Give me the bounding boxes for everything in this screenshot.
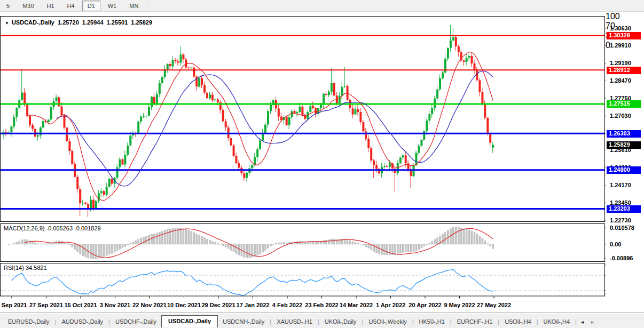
date-tick-label: 22 Nov 2021 (132, 302, 167, 308)
ohlc-high: 1.25944 (82, 19, 104, 26)
macd-header: MACD(12,26,9) -0.005263 -0.001829 (4, 225, 101, 231)
chart-title: ▼USDCAD-,Daily1.257201.259441.255011.258… (5, 19, 152, 26)
price-tick-label: 1.30630 (610, 25, 631, 31)
ohlc-low: 1.25501 (107, 19, 128, 26)
rsi-label: RSI(14) (4, 265, 24, 271)
main-pane-frame (1, 17, 605, 222)
date-tick-label: 3 Nov 2021 (100, 302, 130, 308)
symbol-tab-hk50[interactable]: HK50-,H1 (414, 317, 450, 327)
symbol-tab-eurchf[interactable]: EURCHF-,H1 (452, 317, 498, 327)
tab-scroll-right-icon[interactable]: ▸ (587, 319, 598, 327)
macd-scale-label: -0.00896 (610, 255, 633, 261)
rsi-scale-label: 100 (606, 12, 644, 21)
price-tick-label: 1.24170 (610, 182, 631, 188)
symbol-tab-usoil[interactable]: USOil-,Weekly (364, 317, 411, 327)
macd-label: MACD(12,26,9) (4, 225, 44, 231)
price-tick-label: 1.28470 (610, 77, 631, 84)
date-tick-label: 17 Jan 2022 (237, 302, 270, 308)
date-tick-label: 27 Sep 2021 (29, 302, 63, 308)
price-tick-label: 1.29910 (610, 42, 631, 49)
symbol-tab-usdchf[interactable]: USDCHF-,Daily (111, 317, 161, 327)
price-tick-label: 1.29190 (610, 60, 631, 66)
level-price-label: 1.27515 (607, 100, 641, 108)
date-tick-label: 8 Sep 2021 (0, 302, 27, 308)
price-axis[interactable]: 1.306301.299101.291901.284701.277501.270… (606, 12, 644, 313)
symbol-tab-audusd[interactable]: AUDUSD-,Daily (57, 317, 108, 327)
macd-values: -0.005263 -0.001829 (46, 225, 100, 231)
ohlc-close: 1.25829 (131, 19, 152, 26)
date-tick-label: 4 Feb 2022 (272, 302, 302, 308)
level-price-label: 1.28912 (607, 67, 641, 74)
date-tick-label: 20 Apr 2022 (409, 302, 441, 308)
date-tick-label: 15 Oct 2021 (64, 302, 97, 308)
current-price-label: 1.25829 (607, 141, 641, 149)
macd-scale-label: 0.00 (610, 241, 621, 247)
date-tick-label: 1 Apr 2022 (376, 302, 405, 308)
price-tick-label: 1.23450 (610, 199, 631, 206)
level-price-label: 1.23203 (607, 205, 641, 213)
date-tick-label: 10 Dec 2021 (167, 302, 201, 308)
level-price-label: 1.24800 (607, 166, 641, 174)
symbol-tab-usdcnh[interactable]: USDCNH-,Daily (218, 317, 269, 327)
symbol-tab-ukoil[interactable]: UKOil-,H4 (539, 317, 575, 327)
tab-scroll-left-icon[interactable]: ◂ (577, 319, 587, 327)
symbol-tab-usdcad[interactable]: USDCAD-,Daily (161, 315, 218, 327)
level-price-label: 1.26303 (607, 130, 641, 138)
macd-scale-label: 0.010578 (610, 225, 634, 231)
rsi-header: RSI(14) 34.5821 (4, 265, 47, 271)
rsi-value: 34.5821 (26, 265, 47, 271)
mt4-window: 5M30H1H4D1W1MN ▼USDCAD-,Daily1.257201.25… (0, 0, 644, 328)
chart-canvas[interactable] (0, 0, 644, 313)
symbol-tab-usoil[interactable]: USOil-,H4 (500, 317, 536, 327)
ohlc-open: 1.25720 (58, 19, 79, 26)
symbol-tab-eurusd[interactable]: EURUSD-,Daily (3, 317, 54, 327)
date-tick-label: 23 Feb 2022 (305, 302, 338, 308)
symbol-tab-ukoil[interactable]: UKOil-,Daily (320, 317, 362, 327)
date-tick-label: 27 May 2022 (477, 302, 511, 308)
tab-strip: EURUSD-,Daily|AUDUSD-,Daily|USDCHF-,Dail… (0, 313, 644, 328)
date-tick-label: 14 Mar 2022 (340, 302, 373, 308)
price-tick-label: 1.27030 (610, 113, 631, 119)
date-tick-label: 9 May 2022 (444, 302, 475, 308)
chart-symbol-label: USDCAD-,Daily (12, 19, 54, 26)
rsi-pane-frame (1, 263, 605, 297)
date-tick-label: 29 Dec 2021 (202, 302, 235, 308)
symbol-tab-xauusd[interactable]: XAUUSD-,H1 (272, 317, 317, 327)
level-price-label: 1.30328 (607, 32, 641, 39)
price-tick-label: 1.22730 (610, 217, 631, 223)
symbol-tab-bar: EURUSD-,Daily|AUDUSD-,Daily|USDCHF-,Dail… (0, 315, 644, 327)
symbol-dropdown-icon[interactable]: ▼ (5, 21, 9, 26)
